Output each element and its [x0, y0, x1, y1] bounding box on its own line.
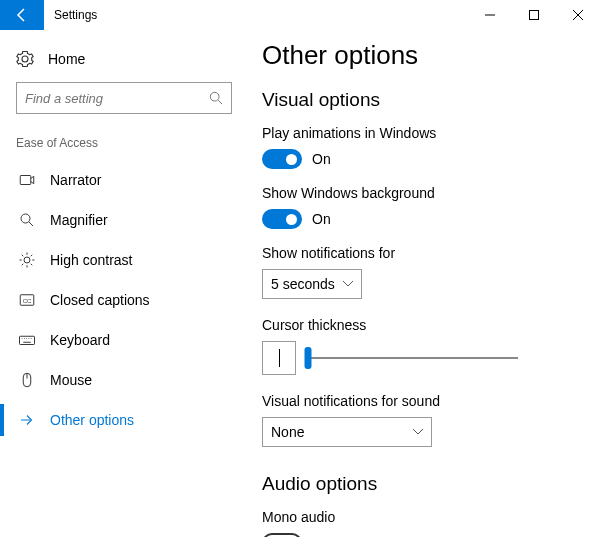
arrow-left-icon [14, 7, 30, 23]
home-label: Home [48, 51, 85, 67]
notifications-label: Show notifications for [262, 245, 576, 261]
sidebar-item-label: Magnifier [50, 212, 108, 228]
svg-point-5 [21, 214, 30, 223]
svg-line-12 [22, 255, 24, 257]
visual-notifications-value: None [271, 424, 304, 440]
svg-point-2 [210, 92, 219, 101]
search-input[interactable] [25, 91, 209, 106]
sidebar-item-keyboard[interactable]: Keyboard [16, 320, 232, 360]
svg-point-7 [24, 257, 30, 263]
chevron-down-icon [343, 281, 353, 287]
notifications-value: 5 seconds [271, 276, 335, 292]
maximize-button[interactable] [512, 0, 556, 30]
back-button[interactable] [0, 0, 44, 30]
mono-audio-toggle[interactable] [262, 533, 302, 537]
svg-line-15 [31, 255, 33, 257]
page-title: Other options [262, 40, 576, 71]
show-background-toggle[interactable] [262, 209, 302, 229]
window-title: Settings [44, 0, 107, 30]
svg-text:CC: CC [23, 298, 32, 304]
other-options-icon [18, 411, 36, 429]
section-audio-options: Audio options [262, 473, 576, 495]
narrator-icon [18, 171, 36, 189]
sidebar-item-label: Keyboard [50, 332, 110, 348]
mouse-icon [18, 371, 36, 389]
play-animations-toggle[interactable] [262, 149, 302, 169]
show-background-label: Show Windows background [262, 185, 576, 201]
chevron-down-icon [413, 429, 423, 435]
minimize-button[interactable] [468, 0, 512, 30]
close-button[interactable] [556, 0, 600, 30]
svg-rect-18 [20, 336, 35, 344]
sidebar-item-narrator[interactable]: Narrator [16, 160, 232, 200]
cursor-preview [262, 341, 296, 375]
sidebar-group-label: Ease of Access [16, 136, 232, 150]
sidebar-item-magnifier[interactable]: Magnifier [16, 200, 232, 240]
home-button[interactable]: Home [16, 44, 232, 82]
cursor-thickness-label: Cursor thickness [262, 317, 576, 333]
sidebar-item-other-options[interactable]: Other options [16, 400, 232, 440]
svg-rect-1 [530, 11, 539, 20]
search-box[interactable] [16, 82, 232, 114]
sidebar-item-label: Mouse [50, 372, 92, 388]
svg-line-14 [22, 264, 24, 266]
titlebar: Settings [0, 0, 600, 30]
sidebar-item-label: Other options [50, 412, 134, 428]
svg-line-6 [29, 222, 33, 226]
keyboard-icon [18, 331, 36, 349]
play-animations-label: Play animations in Windows [262, 125, 576, 141]
svg-line-13 [31, 264, 33, 266]
high-contrast-icon [18, 251, 36, 269]
magnifier-icon [18, 211, 36, 229]
sidebar-item-closed-captions[interactable]: CC Closed captions [16, 280, 232, 320]
svg-rect-4 [20, 176, 31, 185]
visual-notifications-label: Visual notifications for sound [262, 393, 576, 409]
mono-audio-label: Mono audio [262, 509, 576, 525]
sidebar-item-mouse[interactable]: Mouse [16, 360, 232, 400]
search-icon [209, 91, 223, 105]
visual-notifications-dropdown[interactable]: None [262, 417, 432, 447]
play-animations-state: On [312, 151, 331, 167]
sidebar-item-label: Closed captions [50, 292, 150, 308]
notifications-dropdown[interactable]: 5 seconds [262, 269, 362, 299]
sidebar-item-high-contrast[interactable]: High contrast [16, 240, 232, 280]
gear-icon [16, 50, 34, 68]
main-panel: Other options Visual options Play animat… [248, 30, 600, 537]
show-background-state: On [312, 211, 331, 227]
minimize-icon [485, 10, 495, 20]
maximize-icon [529, 10, 539, 20]
svg-line-3 [218, 100, 222, 104]
section-visual-options: Visual options [262, 89, 576, 111]
closed-captions-icon: CC [18, 291, 36, 309]
sidebar-item-label: High contrast [50, 252, 132, 268]
sidebar: Home Ease of Access Narrator Magnifier [0, 30, 248, 537]
sidebar-item-label: Narrator [50, 172, 101, 188]
close-icon [573, 10, 583, 20]
cursor-thickness-slider[interactable] [308, 346, 518, 370]
